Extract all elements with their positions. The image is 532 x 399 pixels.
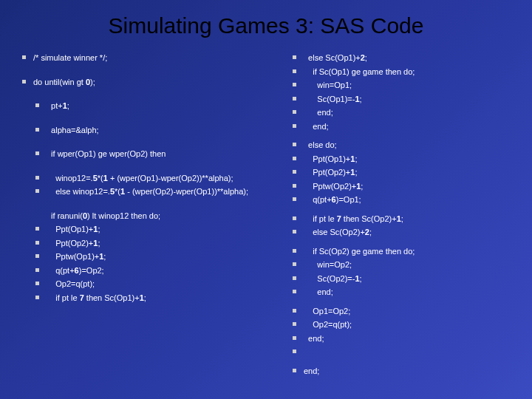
code-text: Ppt(Op2)+1;	[304, 166, 517, 179]
bullet-icon	[293, 216, 296, 220]
code-text: if pt le 7 then Sc(Op1)+1;	[47, 292, 270, 304]
bullet-icon	[293, 184, 296, 188]
code-text: alpha=&alph;	[47, 124, 270, 137]
bullet-icon	[293, 55, 296, 59]
bullet-icon	[35, 227, 39, 231]
bullet-icon	[293, 230, 296, 233]
bullet-icon	[293, 170, 296, 174]
code-text: if Sc(Op2) ge game then do;	[304, 245, 517, 258]
bullet-icon	[22, 80, 26, 83]
code-line: if pt le 7 then Sc(Op1)+1;	[22, 292, 270, 304]
bullet-icon	[35, 241, 39, 245]
code-line: if Sc(Op1) ge game then do;	[293, 66, 517, 78]
code-line: Ppt(Op2)+1;	[22, 237, 270, 250]
code-line: win=Op2;	[293, 259, 517, 271]
code-line: win=Op1;	[293, 79, 517, 92]
code-text: q(pt+6)=Op2;	[47, 265, 270, 277]
code-text: end;	[304, 106, 517, 119]
code-text: else do;	[304, 139, 517, 151]
bullet-icon	[293, 197, 296, 201]
code-line: q(pt+6)=Op2;	[22, 265, 270, 277]
code-line: Pptw(Op1)+1;	[22, 250, 270, 263]
code-line: if pt le 7 then Sc(Op2)+1;	[293, 213, 517, 225]
slide-content: /* simulate winner */;do until(win gt 0)…	[0, 46, 532, 379]
code-line: /* simulate winner */;	[22, 52, 270, 64]
code-text: end;	[304, 365, 517, 378]
code-text: do until(win gt 0);	[33, 76, 270, 89]
code-text: else Sc(Op1)+2;	[304, 52, 517, 64]
bullet-icon	[293, 83, 296, 86]
code-line: end;	[293, 332, 517, 345]
code-text: /* simulate winner */;	[33, 52, 270, 64]
code-text: end;	[304, 332, 517, 345]
code-text: Pptw(Op2)+1;	[304, 180, 517, 193]
code-line: Sc(Op1)=-1;	[293, 93, 517, 106]
code-text: else winop12=.5*(1 - (wper(Op2)-wper(Op1…	[47, 185, 270, 198]
code-line: Ppt(Op1)+1;	[22, 223, 270, 236]
code-text: if ranuni(0) lt winop12 then do;	[47, 210, 270, 222]
code-line: end;	[293, 106, 517, 119]
bullet-icon	[35, 189, 39, 193]
code-text: if wper(Op1) ge wper(Op2) then	[47, 148, 270, 160]
code-line: end;	[293, 286, 517, 299]
code-line: Ppt(Op2)+1;	[293, 166, 517, 179]
slide-title: Simulating Games 3: SAS Code	[0, 0, 532, 46]
code-text: Sc(Op2)=-1;	[304, 273, 517, 285]
bullet-icon	[293, 249, 296, 253]
bullet-icon	[35, 282, 39, 285]
code-line: alpha=&alph;	[22, 124, 270, 137]
code-text: pt+1;	[47, 100, 270, 112]
bullet-icon	[293, 322, 296, 326]
bullet-icon	[293, 157, 296, 160]
code-line: Op2=q(pt);	[293, 318, 517, 331]
code-line: winop12=.5*(1 + (wper(Op1)-wper(Op2))**a…	[22, 172, 270, 185]
bullet-icon	[35, 268, 39, 272]
code-line: end;	[293, 120, 517, 133]
code-text: Op1=Op2;	[304, 305, 517, 318]
code-text: Op2=q(pt);	[304, 318, 517, 331]
code-line: if ranuni(0) lt winop12 then do;	[22, 210, 270, 222]
code-line: Op2=q(pt);	[22, 278, 270, 290]
code-line: Op1=Op2;	[293, 305, 517, 318]
code-line: else Sc(Op1)+2;	[293, 52, 517, 64]
bullet-icon	[293, 143, 296, 146]
code-text: win=Op2;	[304, 259, 517, 271]
code-line: Sc(Op2)=-1;	[293, 273, 517, 285]
code-line: if Sc(Op2) ge game then do;	[293, 245, 517, 258]
code-line: if wper(Op1) ge wper(Op2) then	[22, 148, 270, 160]
bullet-icon	[35, 176, 39, 180]
bullet-icon	[35, 254, 39, 258]
bullet-icon	[293, 290, 296, 293]
code-line: Ppt(Op1)+1;	[293, 153, 517, 166]
code-line: Pptw(Op2)+1;	[293, 180, 517, 193]
bullet-icon	[35, 128, 39, 132]
code-text: win=Op1;	[304, 79, 517, 92]
bullet-icon	[35, 296, 39, 299]
bullet-icon	[293, 336, 296, 340]
code-text: q(pt+6)=Op1;	[304, 194, 517, 206]
bullet-icon	[293, 69, 296, 73]
bullet-icon	[22, 55, 26, 59]
code-text: Ppt(Op1)+1;	[304, 153, 517, 166]
bullet-icon	[293, 276, 296, 280]
code-text: Ppt(Op2)+1;	[47, 237, 270, 250]
right-column: else Sc(Op1)+2; if Sc(Op1) ge game then …	[293, 52, 517, 379]
code-line: q(pt+6)=Op1;	[293, 194, 517, 206]
code-line: else do;	[293, 139, 517, 151]
code-text: end;	[304, 286, 517, 299]
bullet-icon	[293, 349, 296, 353]
code-text: Op2=q(pt);	[47, 278, 270, 290]
code-line: pt+1;	[22, 100, 270, 112]
code-text: winop12=.5*(1 + (wper(Op1)-wper(Op2))**a…	[47, 172, 270, 185]
bullet-icon	[293, 309, 296, 313]
code-text: if Sc(Op1) ge game then do;	[304, 66, 517, 78]
bullet-icon	[35, 151, 39, 155]
bullet-icon	[293, 262, 296, 266]
bullet-icon	[293, 124, 296, 128]
bullet-icon	[293, 97, 296, 100]
code-text: Pptw(Op1)+1;	[47, 250, 270, 263]
code-line: do until(win gt 0);	[22, 76, 270, 89]
code-text: Sc(Op1)=-1;	[304, 93, 517, 106]
code-text: if pt le 7 then Sc(Op2)+1;	[304, 213, 517, 225]
code-line	[293, 346, 517, 353]
